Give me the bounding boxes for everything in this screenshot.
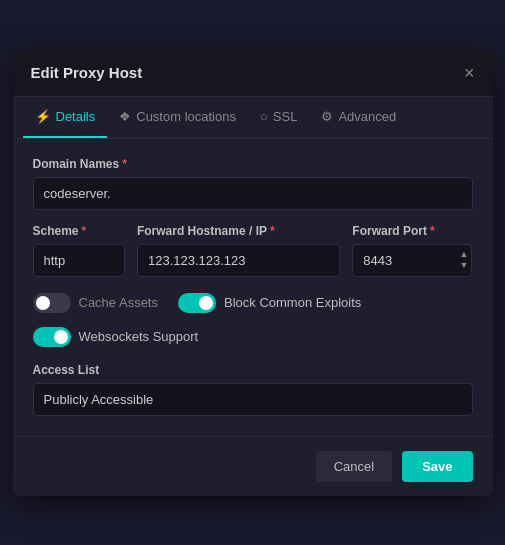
domain-names-label: Domain Names *: [33, 157, 473, 171]
port-col: Forward Port * ▲ ▼: [352, 224, 472, 277]
tab-advanced-label: Advanced: [338, 109, 396, 124]
cache-assets-group: Cache Assets: [33, 293, 159, 313]
advanced-icon: ⚙: [321, 109, 333, 124]
hostname-input[interactable]: [137, 244, 340, 277]
domain-names-input[interactable]: [33, 177, 473, 210]
websockets-thumb: [54, 330, 68, 344]
close-button[interactable]: ×: [464, 64, 475, 82]
scheme-label: Scheme *: [33, 224, 125, 238]
websockets-toggle[interactable]: [33, 327, 71, 347]
port-input[interactable]: [352, 244, 472, 277]
cancel-button[interactable]: Cancel: [316, 451, 392, 482]
cache-assets-label: Cache Assets: [79, 295, 159, 310]
edit-proxy-host-modal: Edit Proxy Host × ⚡ Details ❖ Custom loc…: [13, 50, 493, 496]
modal-body: Domain Names * Scheme * Forward Hostname…: [13, 139, 493, 426]
required-asterisk: *: [122, 157, 127, 171]
port-spinner: ▲ ▼: [460, 249, 469, 271]
save-button[interactable]: Save: [402, 451, 472, 482]
modal-header: Edit Proxy Host ×: [13, 50, 493, 97]
tab-advanced[interactable]: ⚙ Advanced: [309, 97, 408, 138]
websockets-row: Websockets Support: [33, 327, 473, 347]
access-list-input[interactable]: [33, 383, 473, 416]
scheme-col: Scheme *: [33, 224, 125, 277]
details-icon: ⚡: [35, 109, 51, 124]
tab-custom-locations-label: Custom locations: [136, 109, 236, 124]
hostname-col: Forward Hostname / IP *: [137, 224, 340, 277]
cache-assets-thumb: [36, 296, 50, 310]
connection-row: Scheme * Forward Hostname / IP * Forward…: [33, 224, 473, 277]
block-exploits-group: Block Common Exploits: [178, 293, 361, 313]
access-list-label: Access List: [33, 363, 473, 377]
block-exploits-label: Block Common Exploits: [224, 295, 361, 310]
domain-names-wrapper: [33, 177, 473, 210]
tab-custom-locations[interactable]: ❖ Custom locations: [107, 97, 248, 138]
port-label: Forward Port *: [352, 224, 472, 238]
tab-details-label: Details: [56, 109, 96, 124]
block-exploits-toggle[interactable]: [178, 293, 216, 313]
tab-details[interactable]: ⚡ Details: [23, 97, 108, 138]
websockets-label: Websockets Support: [79, 329, 199, 344]
port-up-icon[interactable]: ▲: [460, 249, 469, 260]
toggles-row: Cache Assets Block Common Exploits: [33, 293, 473, 313]
block-exploits-thumb: [199, 296, 213, 310]
tab-bar: ⚡ Details ❖ Custom locations ○ SSL ⚙ Adv…: [13, 97, 493, 139]
port-input-wrap: ▲ ▼: [352, 244, 472, 277]
tab-ssl[interactable]: ○ SSL: [248, 97, 309, 138]
scheme-input[interactable]: [33, 244, 125, 277]
ssl-icon: ○: [260, 109, 268, 124]
modal-title: Edit Proxy Host: [31, 64, 143, 81]
custom-locations-icon: ❖: [119, 109, 131, 124]
cache-assets-toggle[interactable]: [33, 293, 71, 313]
modal-footer: Cancel Save: [13, 436, 493, 496]
port-down-icon[interactable]: ▼: [460, 260, 469, 271]
tab-ssl-label: SSL: [273, 109, 298, 124]
hostname-label: Forward Hostname / IP *: [137, 224, 340, 238]
